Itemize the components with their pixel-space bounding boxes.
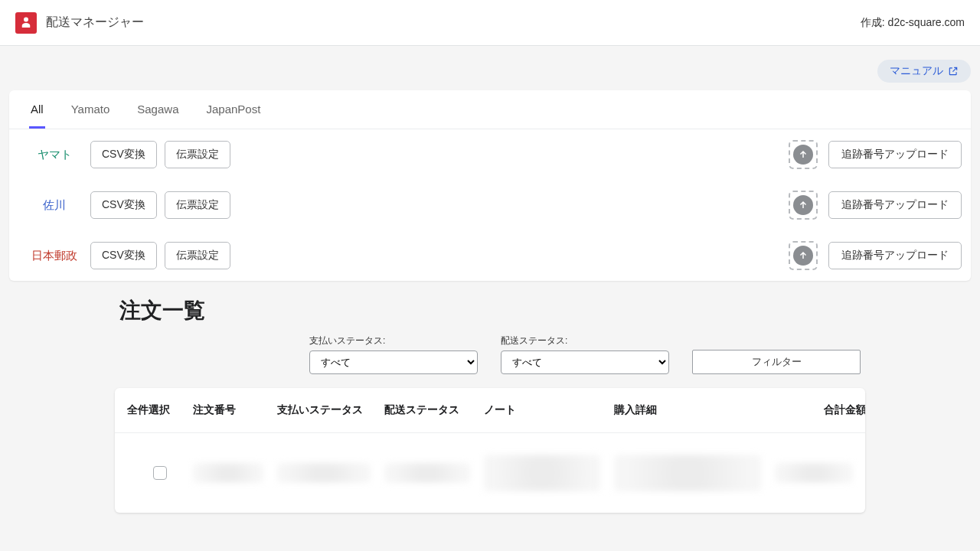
creator-label: 作成: d2c-square.com xyxy=(861,16,965,30)
app-title: 配送マネージャー xyxy=(46,15,144,31)
carriers-card: All Yamato Sagawa JapanPost ヤマト CSV変換 伝票… xyxy=(9,90,971,281)
row-checkbox[interactable] xyxy=(153,466,167,480)
payment-status-label: 支払いステータス: xyxy=(309,334,478,347)
carrier-row-yamato: ヤマト CSV変換 伝票設定 追跡番号アップロード xyxy=(9,129,971,180)
carrier-row-sagawa: 佐川 CSV変換 伝票設定 追跡番号アップロード xyxy=(9,180,971,230)
col-payment-status: 支払いステータス xyxy=(277,403,384,417)
filters-row: 支払いステータス: すべて 配送ステータス: すべて フィルター xyxy=(115,334,865,385)
slip-settings-button[interactable]: 伝票設定 xyxy=(165,141,230,168)
table-row xyxy=(115,433,865,513)
blurred-cell xyxy=(384,463,470,483)
blurred-cell xyxy=(277,463,371,483)
upload-dropzone[interactable] xyxy=(789,191,818,220)
blurred-cell xyxy=(484,455,600,491)
manual-button-label: マニュアル xyxy=(890,64,943,78)
top-bar: 配送マネージャー 作成: d2c-square.com xyxy=(0,0,980,46)
csv-convert-button[interactable]: CSV変換 xyxy=(90,141,157,168)
carrier-label: 佐川 xyxy=(18,198,90,213)
col-select-all: 全件選択 xyxy=(127,403,193,417)
upload-dropzone[interactable] xyxy=(789,140,818,169)
slip-settings-button[interactable]: 伝票設定 xyxy=(165,242,230,269)
payment-status-select[interactable]: すべて xyxy=(309,350,478,374)
col-total: 合計金額 xyxy=(775,403,865,417)
col-purchase-detail: 購入詳細 xyxy=(614,403,775,417)
tab-all[interactable]: All xyxy=(29,90,45,129)
blurred-cell xyxy=(775,463,853,483)
col-shipping-status: 配送ステータス xyxy=(384,403,484,417)
tracking-upload-button[interactable]: 追跡番号アップロード xyxy=(828,191,962,219)
slip-settings-button[interactable]: 伝票設定 xyxy=(165,191,230,219)
topbar-left: 配送マネージャー xyxy=(15,12,144,34)
shipping-status-select[interactable]: すべて xyxy=(501,350,669,374)
orders-table-header: 全件選択 注文番号 支払いステータス 配送ステータス ノート 購入詳細 合計金額 xyxy=(115,388,865,433)
col-note: ノート xyxy=(484,403,614,417)
manual-button[interactable]: マニュアル xyxy=(877,60,971,83)
col-order-no: 注文番号 xyxy=(193,403,277,417)
tracking-upload-button[interactable]: 追跡番号アップロード xyxy=(828,242,962,269)
shipping-status-label: 配送ステータス: xyxy=(501,334,669,347)
orders-table: 全件選択 注文番号 支払いステータス 配送ステータス ノート 購入詳細 合計金額 xyxy=(115,388,865,513)
tabs-bar: All Yamato Sagawa JapanPost xyxy=(9,90,971,129)
carrier-row-japanpost: 日本郵政 CSV変換 伝票設定 追跡番号アップロード xyxy=(9,230,971,281)
arrow-up-icon xyxy=(798,250,808,261)
arrow-up-icon xyxy=(798,200,808,210)
blurred-cell xyxy=(193,463,263,483)
tracking-upload-button[interactable]: 追跡番号アップロード xyxy=(828,141,962,168)
orders-section: 注文一覧 支払いステータス: すべて 配送ステータス: すべて フィルター 全件… xyxy=(115,296,865,513)
csv-convert-button[interactable]: CSV変換 xyxy=(90,242,157,269)
app-logo-icon xyxy=(15,12,37,34)
carrier-label: 日本郵政 xyxy=(18,249,90,263)
tab-yamato[interactable]: Yamato xyxy=(70,90,112,129)
carrier-label: ヤマト xyxy=(18,148,90,162)
tab-sagawa[interactable]: Sagawa xyxy=(136,90,180,129)
arrow-up-icon xyxy=(798,149,808,160)
upload-dropzone[interactable] xyxy=(789,241,818,270)
csv-convert-button[interactable]: CSV変換 xyxy=(90,191,157,219)
filter-button[interactable]: フィルター xyxy=(692,350,861,374)
orders-title: 注文一覧 xyxy=(119,296,865,325)
external-link-icon xyxy=(948,66,959,77)
blurred-cell xyxy=(614,455,761,491)
tab-japanpost[interactable]: JapanPost xyxy=(204,90,262,129)
